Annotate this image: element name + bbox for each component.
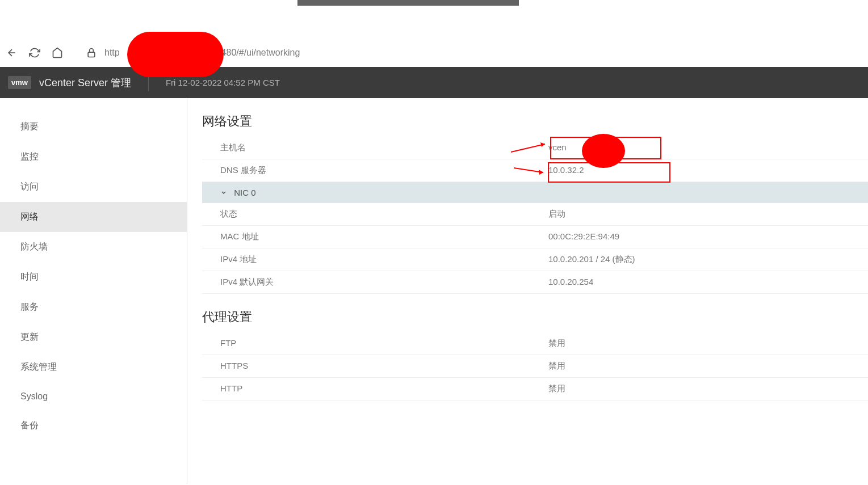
back-icon[interactable] xyxy=(6,47,18,59)
https-value: 禁用 xyxy=(548,361,868,372)
chevron-down-icon xyxy=(220,189,227,196)
sidebar-item-time[interactable]: 时间 xyxy=(0,262,187,292)
proxy-section-title: 代理设置 xyxy=(202,309,868,326)
http-label: HTTP xyxy=(202,383,548,394)
app-title: vCenter Server 管理 xyxy=(39,76,131,90)
gateway-value: 10.0.20.254 xyxy=(548,277,868,288)
dns-label: DNS 服务器 xyxy=(202,165,548,176)
gateway-row: IPv4 默认网关 10.0.20.254 xyxy=(202,271,868,294)
nic-header-row[interactable]: NIC 0 xyxy=(202,182,868,203)
mac-label: MAC 地址 xyxy=(202,231,548,242)
sidebar-item-firewall[interactable]: 防火墙 xyxy=(0,232,187,262)
sidebar-item-syslog[interactable]: Syslog xyxy=(0,382,187,411)
svg-rect-0 xyxy=(88,52,95,57)
nic-header-text: NIC 0 xyxy=(234,188,255,197)
content: 网络设置 主机名 vcenocal DNS 服务器 10.0.32.2 NIC … xyxy=(187,98,868,484)
sidebar-item-summary[interactable]: 摘要 xyxy=(0,112,187,142)
status-row: 状态 启动 xyxy=(202,203,868,226)
refresh-icon[interactable] xyxy=(28,47,41,59)
dns-row: DNS 服务器 10.0.32.2 xyxy=(202,159,868,182)
home-icon[interactable] xyxy=(51,47,64,59)
timestamp: Fri 12-02-2022 04:52 PM CST xyxy=(166,78,280,87)
sidebar-item-monitor[interactable]: 监控 xyxy=(0,142,187,172)
nic-header: NIC 0 xyxy=(202,188,548,197)
mac-value: 00:0C:29:2E:94:49 xyxy=(548,231,868,242)
main-area: 摘要 监控 访问 网络 防火墙 时间 服务 更新 系统管理 Syslog 备份 … xyxy=(0,98,868,484)
sidebar-item-access[interactable]: 访问 xyxy=(0,172,187,202)
ipv4-value: 10.0.20.201 / 24 (静态) xyxy=(548,254,868,265)
top-gray-bar xyxy=(297,0,519,6)
app-header: vmw vCenter Server 管理 Fri 12-02-2022 04:… xyxy=(0,67,868,98)
sidebar: 摘要 监控 访问 网络 防火墙 时间 服务 更新 系统管理 Syslog 备份 xyxy=(0,98,187,484)
vmw-logo: vmw xyxy=(8,76,31,89)
mac-row: MAC 地址 00:0C:29:2E:94:49 xyxy=(202,226,868,248)
ftp-row: FTP 禁用 xyxy=(202,332,868,355)
url-prefix: http xyxy=(104,48,120,57)
ftp-label: FTP xyxy=(202,338,548,349)
hostname-label: 主机名 xyxy=(202,142,548,153)
sidebar-item-network[interactable]: 网络 xyxy=(0,202,187,232)
status-label: 状态 xyxy=(202,209,548,220)
sidebar-item-backup[interactable]: 备份 xyxy=(0,411,187,441)
redaction-mark xyxy=(127,32,224,77)
network-section-title: 网络设置 xyxy=(202,113,868,130)
network-settings-table: 主机名 vcenocal DNS 服务器 10.0.32.2 NIC 0 xyxy=(202,137,868,294)
ipv4-label: IPv4 地址 xyxy=(202,254,548,265)
url-suffix: 5480/#/ui/networking xyxy=(216,48,300,57)
sidebar-item-services[interactable]: 服务 xyxy=(0,292,187,322)
http-value: 禁用 xyxy=(548,383,868,394)
redaction-mark xyxy=(582,134,625,168)
lock-icon[interactable] xyxy=(85,47,98,59)
ftp-value: 禁用 xyxy=(548,338,868,349)
status-value: 启动 xyxy=(548,209,868,220)
proxy-section: 代理设置 FTP 禁用 HTTPS 禁用 HTTP 禁用 xyxy=(202,309,868,400)
hostname-prefix: vcen xyxy=(548,142,567,152)
proxy-table: FTP 禁用 HTTPS 禁用 HTTP 禁用 xyxy=(202,332,868,400)
http-row: HTTP 禁用 xyxy=(202,378,868,400)
https-row: HTTPS 禁用 xyxy=(202,355,868,378)
gateway-label: IPv4 默认网关 xyxy=(202,277,548,288)
https-label: HTTPS xyxy=(202,361,548,372)
sidebar-item-sysadmin[interactable]: 系统管理 xyxy=(0,352,187,382)
ipv4-row: IPv4 地址 10.0.20.201 / 24 (静态) xyxy=(202,248,868,271)
hostname-row: 主机名 vcenocal xyxy=(202,137,868,159)
sidebar-item-update[interactable]: 更新 xyxy=(0,322,187,352)
